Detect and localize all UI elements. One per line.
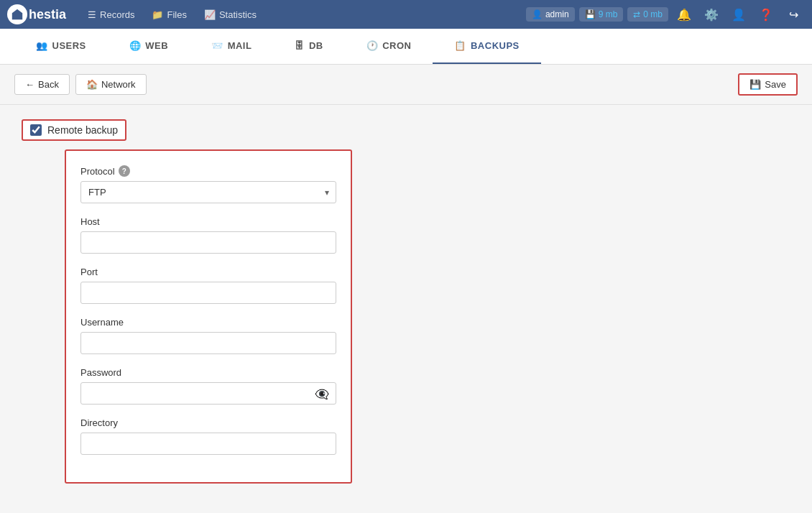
nav-mail[interactable]: 📨 MAIL: [190, 29, 273, 64]
user-icon: 👤: [532, 9, 543, 19]
secondary-navigation: 👥 USERS 🌐 WEB 📨 MAIL 🗄 DB 🕐 CRON 📋 BACKU…: [0, 29, 812, 65]
notifications-button[interactable]: 🔔: [673, 3, 696, 26]
help-button[interactable]: ❓: [755, 3, 778, 26]
username-group: Username: [80, 317, 336, 354]
protocol-label-row: Protocol ?: [80, 165, 336, 177]
db-icon: 🗄: [295, 40, 305, 51]
nav-cron[interactable]: 🕐 CRON: [345, 29, 433, 64]
remote-backup-label: Remote backup: [47, 124, 118, 136]
statistics-icon: 📈: [204, 9, 216, 20]
logo-icon: [7, 4, 27, 24]
password-group: Password 👁‍🗨: [80, 367, 336, 405]
nav-links: ☰ Records 📁 Files 📈 Statistics: [80, 6, 526, 24]
mail-icon: 📨: [211, 40, 223, 51]
web-icon: 🌐: [129, 40, 142, 51]
files-icon: 📁: [152, 9, 163, 20]
network-icon: ⇄: [633, 9, 640, 19]
port-label: Port: [80, 267, 336, 277]
save-button[interactable]: 💾 Save: [738, 73, 798, 96]
port-input[interactable]: [80, 282, 336, 304]
username-label: Username: [80, 317, 336, 328]
remote-backup-checkbox[interactable]: [30, 124, 42, 136]
records-icon: ☰: [88, 9, 96, 20]
nav-db[interactable]: 🗄 DB: [273, 29, 344, 64]
ram-icon: 💾: [585, 9, 596, 19]
protocol-help-icon[interactable]: ?: [119, 165, 130, 177]
settings-button[interactable]: ⚙️: [700, 3, 723, 26]
directory-input[interactable]: [80, 433, 336, 455]
top-right-controls: 👤 admin 💾 9 mb ⇄ 0 mb 🔔 ⚙️ 👤 ❓ ↪: [526, 3, 805, 26]
protocol-select-wrapper: FTP SFTP S3 ▾: [80, 181, 336, 203]
nav-records[interactable]: ☰ Records: [80, 6, 142, 24]
host-group: Host: [80, 216, 336, 254]
host-label: Host: [80, 216, 336, 227]
users-icon: 👥: [36, 40, 48, 51]
top-navigation: hestia ☰ Records 📁 Files 📈 Statistics 👤 …: [0, 0, 812, 29]
host-input[interactable]: [80, 231, 336, 254]
logo-text: hestia: [29, 7, 66, 22]
back-button[interactable]: ← Back: [14, 74, 70, 95]
logout-button[interactable]: ↪: [782, 3, 805, 26]
password-input[interactable]: [80, 382, 336, 405]
network-globe-icon: 🏠: [86, 79, 98, 90]
ram-badge: 💾 9 mb: [579, 7, 624, 22]
remote-backup-toggle[interactable]: Remote backup: [22, 119, 126, 141]
cron-icon: 🕐: [366, 40, 379, 51]
toolbar: ← Back 🏠 Network 💾 Save: [0, 65, 812, 105]
network-badge: ⇄ 0 mb: [627, 7, 668, 22]
backups-icon: 📋: [454, 40, 466, 51]
user-account-button[interactable]: 👤: [727, 3, 750, 26]
password-wrapper: 👁‍🗨: [80, 382, 336, 405]
nav-users[interactable]: 👥 USERS: [14, 29, 108, 64]
user-badge: 👤 admin: [526, 7, 575, 22]
directory-group: Directory: [80, 417, 336, 455]
network-button[interactable]: 🏠 Network: [75, 74, 147, 95]
remote-backup-form: Protocol ? FTP SFTP S3 ▾ Host Port: [65, 149, 352, 484]
password-label: Password: [80, 367, 336, 378]
save-icon: 💾: [749, 79, 761, 90]
nav-statistics[interactable]: 📈 Statistics: [197, 6, 264, 24]
main-content: Remote backup Protocol ? FTP SFTP S3 ▾ H…: [0, 105, 812, 513]
toggle-password-icon[interactable]: 👁‍🗨: [315, 387, 329, 400]
directory-label: Directory: [80, 417, 336, 428]
back-arrow-icon: ←: [25, 79, 34, 90]
nav-web[interactable]: 🌐 WEB: [108, 29, 190, 64]
protocol-group: Protocol ? FTP SFTP S3 ▾: [80, 165, 336, 203]
protocol-select[interactable]: FTP SFTP S3: [80, 181, 336, 203]
nav-files[interactable]: 📁 Files: [144, 6, 193, 24]
port-group: Port: [80, 267, 336, 304]
username-input[interactable]: [80, 332, 336, 354]
app-logo[interactable]: hestia: [7, 4, 66, 24]
nav-backups[interactable]: 📋 BACKUPS: [433, 29, 540, 64]
